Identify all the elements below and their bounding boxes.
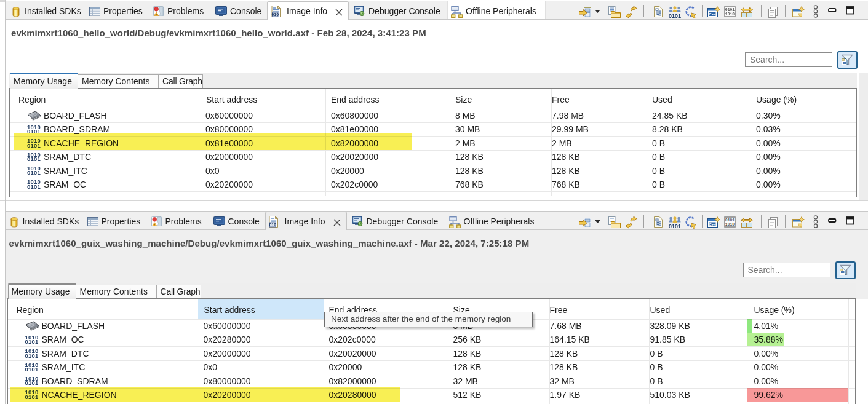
svg-text:1010: 1010: [725, 223, 735, 227]
svg-text:010: 010: [271, 12, 279, 17]
svg-text:C++: C++: [709, 222, 716, 226]
svg-text:C++: C++: [709, 12, 716, 15]
svg-text:0101: 0101: [669, 223, 681, 229]
svg-text:0101: 0101: [669, 13, 681, 18]
svg-text:1010: 1010: [725, 12, 735, 17]
svg-text:010: 010: [269, 223, 276, 227]
